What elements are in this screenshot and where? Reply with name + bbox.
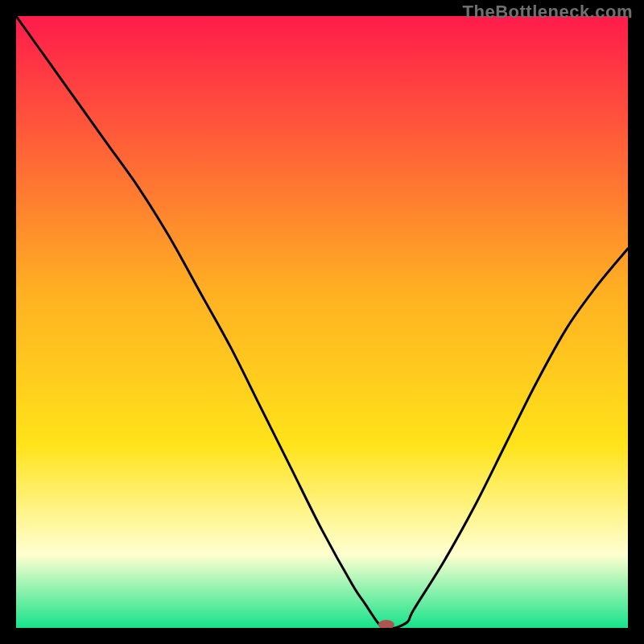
gradient-background [16,16,628,628]
plot-svg [16,16,628,628]
watermark-label: TheBottleneck.com [463,2,633,23]
chart-stage: TheBottleneck.com [0,0,644,644]
plot-area [16,16,628,628]
